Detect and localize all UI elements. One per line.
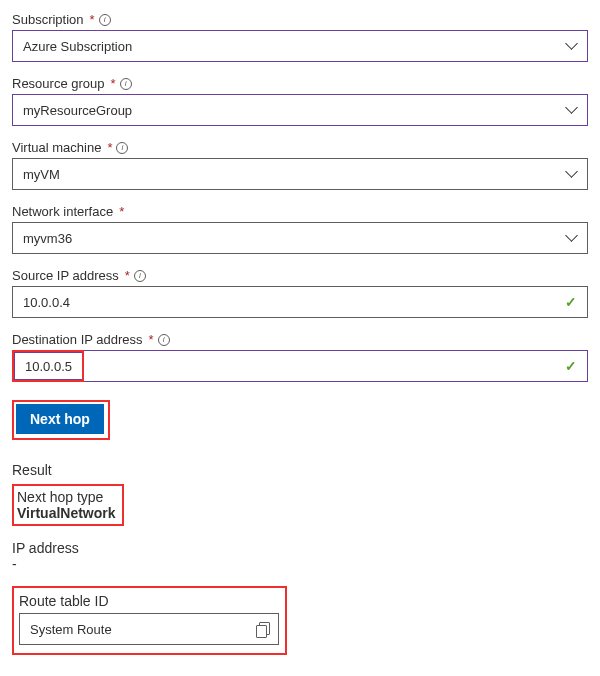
source-ip-input[interactable]: 10.0.0.4 ✓ [12,286,588,318]
next-hop-wrapper: Next hop [12,400,588,440]
chevron-down-icon [567,169,577,179]
source-ip-value: 10.0.0.4 [23,295,70,310]
source-ip-field: Source IP address * i 10.0.0.4 ✓ [12,268,588,318]
required-star: * [107,140,112,155]
dest-ip-input[interactable]: 10.0.0.5 ✓ [12,350,588,382]
info-icon[interactable]: i [120,78,132,90]
vm-label: Virtual machine * i [12,140,588,155]
copy-icon[interactable] [256,622,268,636]
dest-ip-field: Destination IP address * i 10.0.0.5 ✓ [12,332,588,382]
nic-label: Network interface * [12,204,588,219]
next-hop-button-label: Next hop [30,411,90,427]
nic-select[interactable]: myvm36 [12,222,588,254]
route-table-block: Route table ID System Route [12,586,287,655]
subscription-label: Subscription * i [12,12,588,27]
vm-label-text: Virtual machine [12,140,101,155]
check-icon: ✓ [565,294,577,310]
required-star: * [90,12,95,27]
subscription-value: Azure Subscription [23,39,132,54]
ip-address-label: IP address [12,540,588,556]
nic-field: Network interface * myvm36 [12,204,588,254]
resource-group-value: myResourceGroup [23,103,132,118]
vm-value: myVM [23,167,60,182]
subscription-label-text: Subscription [12,12,84,27]
source-ip-label-text: Source IP address [12,268,119,283]
result-heading: Result [12,462,588,478]
dest-ip-value: 10.0.0.5 [25,359,72,374]
subscription-field: Subscription * i Azure Subscription [12,12,588,62]
dest-ip-label: Destination IP address * i [12,332,588,347]
subscription-select[interactable]: Azure Subscription [12,30,588,62]
nic-label-text: Network interface [12,204,113,219]
resource-group-field: Resource group * i myResourceGroup [12,76,588,126]
chevron-down-icon [567,41,577,51]
next-hop-button[interactable]: Next hop [16,404,104,434]
chevron-down-icon [567,233,577,243]
route-table-label: Route table ID [19,593,279,609]
ip-address-value: - [12,556,588,572]
chevron-down-icon [567,105,577,115]
vm-field: Virtual machine * i myVM [12,140,588,190]
resource-group-label-text: Resource group [12,76,105,91]
info-icon[interactable]: i [134,270,146,282]
required-star: * [125,268,130,283]
dest-ip-highlight: 10.0.0.5 [12,350,84,382]
required-star: * [149,332,154,347]
nic-value: myvm36 [23,231,72,246]
next-hop-type-label: Next hop type [17,489,116,505]
info-icon[interactable]: i [158,334,170,346]
info-icon[interactable]: i [99,14,111,26]
required-star: * [111,76,116,91]
next-hop-type-value: VirtualNetwork [17,505,116,521]
route-table-value: System Route [30,622,112,637]
vm-select[interactable]: myVM [12,158,588,190]
route-table-input[interactable]: System Route [19,613,279,645]
info-icon[interactable]: i [116,142,128,154]
required-star: * [119,204,124,219]
check-icon: ✓ [565,358,577,374]
result-section: Result Next hop type VirtualNetwork IP a… [12,462,588,655]
next-hop-highlight: Next hop [12,400,110,440]
resource-group-select[interactable]: myResourceGroup [12,94,588,126]
next-hop-type-box: Next hop type VirtualNetwork [12,484,124,526]
resource-group-label: Resource group * i [12,76,588,91]
source-ip-label: Source IP address * i [12,268,588,283]
dest-ip-label-text: Destination IP address [12,332,143,347]
ip-address-block: IP address - [12,540,588,572]
dest-ip-rest: ✓ [82,350,588,382]
